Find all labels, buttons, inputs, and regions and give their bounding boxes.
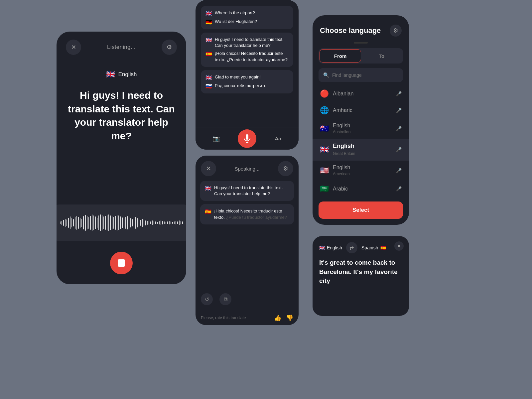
chat-source-line: 🇬🇧 Where is the airport?	[205, 10, 289, 17]
waveform-bar	[95, 216, 96, 229]
listening-status: Listening...	[107, 44, 136, 51]
retry-button[interactable]: ↺	[201, 293, 213, 305]
waveform-bar	[85, 215, 85, 231]
language-label: 🇬🇧 English	[106, 70, 137, 79]
stop-button[interactable]	[110, 252, 133, 274]
waveform-bar	[177, 221, 178, 224]
waveform-bar	[135, 217, 136, 229]
language-list-item[interactable]: 🇺🇸 EnglishAmerican 🎤	[313, 161, 409, 181]
translated-dim: ¿Puede tu traductor ayudarme?	[225, 215, 287, 220]
chat-translated-flag: 🇪🇸	[205, 51, 212, 57]
language-flag: 🇦🇺	[320, 124, 329, 133]
gear-icon[interactable]: ⚙	[162, 40, 177, 55]
waveform-bar	[176, 221, 176, 224]
tab-from[interactable]: From	[320, 49, 361, 63]
drag-handle	[354, 42, 368, 44]
chat-translated-text: Wo ist der Flughafen?	[215, 19, 257, 25]
search-row: 🔍	[319, 68, 403, 82]
target-lang-name: Spanish	[361, 245, 378, 250]
swap-languages-button[interactable]: ⇄	[346, 242, 357, 253]
chat-source-text: Where is the airport?	[215, 10, 255, 16]
rate-icons: 👍 👎	[274, 314, 293, 322]
tab-to[interactable]: To	[361, 49, 402, 63]
language-list-item[interactable]: 🔴 Albanian 🎤	[313, 85, 409, 102]
chat-source-text: Hi guys! I need to translate this text. …	[215, 37, 289, 49]
waveform-bar	[182, 221, 183, 224]
speaking-translated-flag: 🇪🇸	[205, 208, 211, 215]
waveform-bar	[142, 219, 143, 227]
select-language-button[interactable]: Select	[319, 201, 403, 219]
waveform-bar	[83, 216, 84, 229]
close-button[interactable]: ✕	[66, 40, 81, 55]
mic-icon: 🎤	[396, 147, 402, 152]
waveform-bar	[144, 219, 144, 226]
chat-translated-line: 🇩🇪 Wo ist der Flughafen?	[205, 19, 289, 25]
thumbs-down-button[interactable]: 👎	[286, 314, 293, 322]
waveform-bar	[157, 222, 158, 224]
language-name: Albanian	[333, 91, 392, 97]
waveform-bar	[66, 219, 67, 226]
camera-button[interactable]: 📷	[210, 132, 222, 145]
language-gear-icon[interactable]: ⚙	[390, 25, 402, 37]
waveform-bar	[139, 219, 139, 226]
chat-translated-flag: 🇩🇪	[205, 19, 212, 25]
waveform-bar	[147, 221, 148, 225]
waveform-bar	[108, 214, 109, 231]
waveform-bar	[110, 215, 111, 230]
language-list-item[interactable]: 🇦🇺 EnglishAustralian 🎤	[313, 119, 409, 139]
language-subtitle: American	[333, 172, 350, 176]
thumbs-up-button[interactable]: 👍	[274, 314, 281, 322]
waveform-bar	[149, 221, 149, 224]
language-list-item[interactable]: 🇬🇧 EnglishGreat Britain 🎤	[313, 139, 409, 161]
chat-message-pair: 🇬🇧 Where is the airport? 🇩🇪 Wo ist der F…	[201, 6, 293, 29]
language-header: Choose language ⚙	[313, 15, 409, 42]
language-flag: 🇬🇧	[106, 70, 115, 79]
waveform-bar	[117, 215, 117, 231]
chat-source-text: Glad to meet you again!	[215, 74, 261, 80]
waveform-bar	[75, 217, 75, 229]
panel-language: Choose language ⚙ From To 🔍 🔴 Albanian 🎤…	[313, 15, 409, 225]
text-mode-button[interactable]: Aa	[272, 132, 284, 145]
copy-button[interactable]: ⧉	[219, 293, 231, 305]
waveform-bar	[164, 221, 165, 224]
waveform-bar	[129, 217, 129, 228]
waveform-bar	[150, 221, 151, 224]
chat-translated-line: 🇪🇸 ¡Hola chicos! Necesito traducir este …	[205, 51, 289, 63]
waveform-bar	[102, 215, 102, 230]
speaking-source-flag: 🇬🇧	[205, 185, 211, 192]
close-result-button[interactable]: ✕	[394, 241, 404, 251]
translated-main: ¡Hola chicos! Necesito traducir este	[214, 208, 282, 213]
waveform-bar	[97, 218, 97, 228]
waveform-bar	[92, 214, 92, 231]
language-list-item[interactable]: 🇦🇲 Armenian 🎤	[313, 197, 409, 198]
waveform-bar	[80, 218, 80, 228]
language-list-item[interactable]: 🇸🇦 Arabic 🎤	[313, 181, 409, 197]
speaking-source-text: Hi guys! I need to translate this text. …	[214, 185, 289, 197]
waveform-bar	[62, 221, 62, 225]
waveform-bar	[145, 220, 146, 225]
waveform-bar	[65, 219, 66, 227]
speaking-top-bar: ✕ Speaking... ⚙	[196, 156, 299, 180]
waveform-bar	[137, 218, 138, 227]
mic-button[interactable]	[238, 129, 256, 148]
speaking-action-row: ↺ ⧉	[196, 291, 299, 310]
waveform-bar	[161, 220, 161, 225]
language-list-item[interactable]: 🌐 Amharic 🎤	[313, 102, 409, 119]
waveform-bar	[154, 221, 154, 224]
waveform-bar	[60, 221, 61, 224]
waveform-bar	[76, 216, 77, 230]
language-subtitle: Australian	[333, 130, 350, 134]
language-name: EnglishAustralian	[333, 123, 392, 135]
waveform-bar	[112, 216, 112, 229]
speaking-translated-line: 🇪🇸 ¡Hola chicos! Necesito traducir este …	[205, 208, 289, 220]
waveform-bar	[172, 222, 173, 224]
waveform-bar	[87, 216, 87, 229]
speaking-gear-icon[interactable]: ⚙	[278, 161, 293, 176]
speaking-close-button[interactable]: ✕	[201, 161, 216, 176]
target-lang-chip: Spanish 🇪🇸	[361, 245, 386, 250]
panel-chat: 🇬🇧 Where is the airport? 🇩🇪 Wo ist der F…	[196, 0, 299, 150]
chat-message-pair: 🇬🇧 Hi guys! I need to translate this tex…	[201, 33, 293, 67]
search-input[interactable]	[332, 72, 398, 78]
chat-messages: 🇬🇧 Where is the airport? 🇩🇪 Wo ist der F…	[196, 0, 299, 127]
chat-translated-line: 🇷🇺 Рад снова тебя встретить!	[205, 83, 289, 89]
